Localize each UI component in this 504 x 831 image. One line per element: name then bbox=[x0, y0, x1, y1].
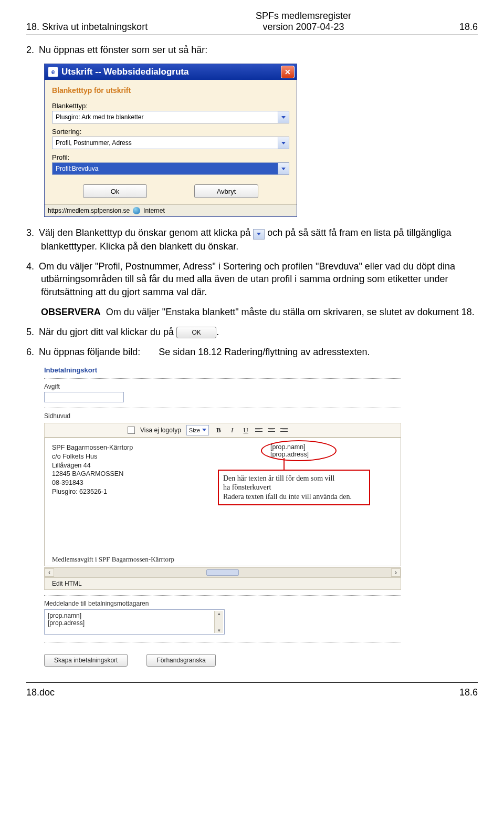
globe-icon bbox=[133, 207, 140, 214]
footer-left: 18.doc bbox=[26, 687, 55, 698]
scroll-thumb[interactable] bbox=[206, 569, 239, 576]
dropdown-inline-icon bbox=[253, 227, 265, 240]
status-bar: https://medlem.spfpension.se Internet bbox=[45, 204, 297, 216]
horizontal-scrollbar[interactable]: ‹ › bbox=[44, 567, 401, 578]
para-5-num: 5. bbox=[26, 326, 39, 338]
footer-right: 18.6 bbox=[459, 687, 478, 698]
sidhuvud-label: Sidhuvud bbox=[44, 412, 401, 420]
divider bbox=[44, 378, 401, 379]
observera-text: Om du väljer "Enstaka blankett" måste du… bbox=[106, 307, 475, 317]
ok-button[interactable]: Ok bbox=[83, 184, 147, 198]
annotation-callout: Den här texten är till för dem som vill … bbox=[218, 470, 370, 506]
avgift-label: Avgift bbox=[44, 383, 401, 390]
callout-line: ha fönsterkuvert bbox=[223, 483, 365, 492]
med-line: [prop.adress] bbox=[48, 619, 221, 627]
para-2-num: 2. bbox=[26, 44, 39, 56]
bold-button[interactable]: B bbox=[214, 426, 223, 434]
skapa-button[interactable]: Skapa inbetalningskort bbox=[44, 654, 128, 667]
para-6-extra: Se sidan 18.12 Radering/flyttning av adr… bbox=[159, 347, 370, 357]
visa-ej-label: Visa ej logotyp bbox=[140, 427, 181, 434]
select-profil-value[interactable] bbox=[52, 163, 278, 174]
callout-line: Radera texten ifall du inte vill använda… bbox=[223, 492, 365, 502]
app-icon: e bbox=[48, 67, 58, 77]
para-3-num: 3. bbox=[26, 226, 39, 239]
header-rule bbox=[26, 35, 478, 35]
para-4: 4.Om du väljer "Profil, Postnummer, Adre… bbox=[41, 260, 478, 298]
med-line: [prop.namn] bbox=[48, 612, 221, 619]
size-select[interactable]: Size bbox=[186, 425, 209, 435]
field-label-profil: Profil: bbox=[52, 153, 289, 161]
editor-title: Inbetalningskort bbox=[44, 366, 401, 374]
scroll-right-icon[interactable]: › bbox=[391, 568, 401, 577]
header-center-2: version 2007-04-23 bbox=[148, 22, 459, 33]
header-left: 18. Skriva ut inbetalningskort bbox=[26, 22, 148, 33]
para-observera: OBSERVERA Om du väljer "Enstaka blankett… bbox=[41, 306, 478, 318]
para-2-text: Nu öppnas ett fönster som ser ut så här: bbox=[39, 45, 207, 55]
field-label-blanketttyp: Blanketttyp: bbox=[52, 102, 289, 110]
header-center-1: SPFs medlemsregister bbox=[148, 11, 459, 22]
select-profil[interactable] bbox=[52, 162, 289, 175]
chevron-down-icon[interactable] bbox=[278, 111, 289, 123]
divider bbox=[44, 595, 401, 596]
callout-line: Den här texten är till för dem som vill bbox=[223, 474, 365, 483]
align-right-icon[interactable] bbox=[280, 428, 288, 432]
para-2: 2.Nu öppnas ett fönster som ser ut så hä… bbox=[41, 44, 478, 56]
divider bbox=[44, 408, 401, 408]
truncated-text: Medlemsavgift i SPF Bagarmossen-Kärrtorp bbox=[52, 555, 393, 564]
footer-rule bbox=[26, 682, 478, 683]
para-3-before: Välj den Blanketttyp du önskar genom att… bbox=[39, 227, 250, 238]
observera-bold: OBSERVERA bbox=[41, 307, 101, 317]
ok-inline-button[interactable]: OK bbox=[176, 327, 216, 338]
forhandsgranska-button[interactable]: Förhandsgranska bbox=[146, 654, 215, 667]
edit-html-label: Edit HTML bbox=[52, 580, 82, 587]
annotation-oval bbox=[261, 440, 337, 461]
cancel-button[interactable]: Avbryt bbox=[194, 184, 258, 198]
align-center-icon[interactable] bbox=[268, 428, 275, 432]
para-6: 6.Nu öppnas följande bild: Se sidan 18.1… bbox=[41, 346, 478, 358]
status-zone: Internet bbox=[143, 207, 165, 214]
checkbox-visa-ej[interactable] bbox=[128, 427, 135, 434]
meddelande-label: Meddelande till betalningsmottagaren bbox=[44, 600, 401, 607]
field-label-sortering: Sortering: bbox=[52, 128, 289, 136]
select-blanketttyp-value[interactable] bbox=[52, 111, 278, 123]
avgift-input[interactable] bbox=[44, 392, 124, 402]
dialog-section-title: Blanketttyp för utskrift bbox=[52, 86, 289, 95]
select-blanketttyp[interactable] bbox=[52, 111, 289, 123]
editor-screenshot: Inbetalningskort Avgift Sidhuvud Visa ej… bbox=[44, 366, 401, 667]
rich-text-area[interactable]: SPF Bagarmossen-Kärrtorp c/o Folkets Hus… bbox=[44, 438, 401, 566]
status-url: https://medlem.spfpension.se bbox=[48, 207, 130, 214]
para-6-num: 6. bbox=[26, 346, 39, 358]
meddelande-textarea[interactable]: [prop.namn] [prop.adress] ▴▾ bbox=[44, 609, 225, 635]
addr-line: SPF Bagarmossen-Kärrtorp bbox=[52, 443, 393, 452]
select-sortering-value[interactable] bbox=[52, 137, 278, 149]
para-6-text: Nu öppnas följande bild: bbox=[39, 347, 140, 357]
size-label: Size bbox=[189, 427, 200, 433]
rich-text-toolbar: Visa ej logotyp Size B I U bbox=[44, 423, 401, 438]
print-dialog: e Utskrift -- Webbsidedialogruta ✕ Blank… bbox=[44, 64, 297, 217]
divider bbox=[44, 642, 401, 642]
para-5-text: När du gjort ditt val klickar du på bbox=[39, 327, 174, 337]
underline-button[interactable]: U bbox=[242, 426, 250, 434]
chevron-down-icon[interactable] bbox=[278, 137, 289, 149]
edit-html-row: Edit HTML bbox=[44, 578, 401, 590]
para-5: 5.När du gjort ditt val klickar du på OK… bbox=[41, 326, 478, 338]
align-left-icon[interactable] bbox=[255, 428, 262, 432]
addr-line: c/o Folkets Hus bbox=[52, 452, 393, 461]
dialog-titlebar: e Utskrift -- Webbsidedialogruta ✕ bbox=[45, 64, 297, 80]
chevron-down-icon[interactable] bbox=[278, 163, 289, 174]
vertical-scrollbar[interactable]: ▴▾ bbox=[214, 611, 223, 633]
para-4-num: 4. bbox=[26, 260, 39, 273]
italic-button[interactable]: I bbox=[228, 426, 236, 434]
close-button[interactable]: ✕ bbox=[281, 66, 295, 78]
para-4-text: Om du väljer "Profil, Postnummer, Adress… bbox=[39, 261, 455, 297]
para-3: 3.Välj den Blanketttyp du önskar genom a… bbox=[41, 226, 478, 253]
addr-line: Lillåvägen 44 bbox=[52, 461, 393, 470]
select-sortering[interactable] bbox=[52, 137, 289, 149]
dialog-title: Utskrift -- Webbsidedialogruta bbox=[61, 67, 188, 77]
header-right: 18.6 bbox=[459, 22, 478, 33]
scroll-left-icon[interactable]: ‹ bbox=[45, 568, 54, 577]
